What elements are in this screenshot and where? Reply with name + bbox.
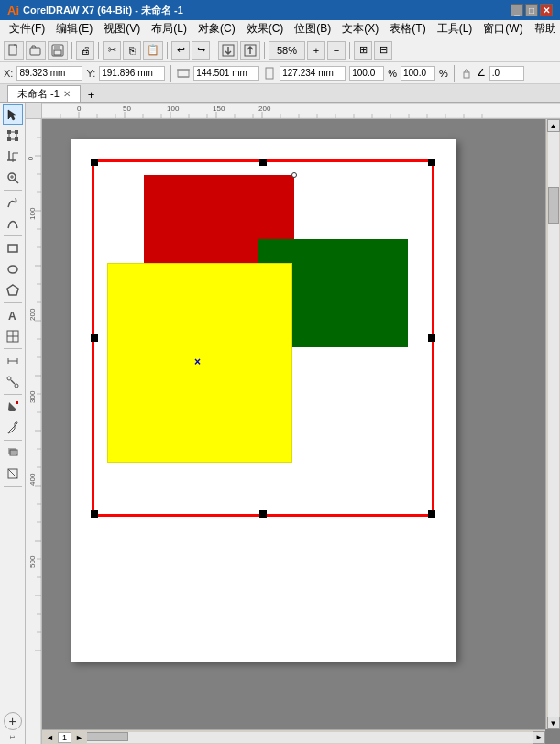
svg-text:150: 150 [213,104,225,113]
tool-bezier[interactable] [3,213,23,234]
scroll-up-button[interactable]: ▲ [547,119,560,132]
node-handle-tr[interactable] [291,172,297,178]
scroll-down-button[interactable]: ▼ [547,717,560,729]
maximize-button[interactable]: □ [525,4,538,16]
menu-layout[interactable]: 布局(L) [146,20,192,38]
scroll-thumb-bottom[interactable] [82,732,128,741]
zoom-level[interactable]: 58% [269,41,305,60]
angle-input[interactable] [489,66,524,81]
svg-text:100: 100 [167,104,180,113]
handle-tr[interactable] [428,159,435,166]
scrollbar-bottom[interactable]: ◄ ► [42,729,545,744]
add-tab-button[interactable]: + [84,88,99,102]
minimize-button[interactable]: _ [511,4,523,16]
tool-crop[interactable] [3,147,23,167]
menu-view[interactable]: 视图(V) [98,20,146,38]
x-coord-input[interactable] [16,66,82,81]
toolbar-separator4 [214,42,214,59]
angle-label: ∠ [477,67,486,79]
ruler-left: 0 [26,119,42,744]
handle-br[interactable] [428,510,435,518]
handle-bl[interactable] [91,510,98,518]
svg-rect-3 [54,45,60,49]
text-icon: A [6,309,19,322]
zoom-out-button[interactable]: − [327,41,346,60]
tool-rect[interactable] [3,238,23,258]
percent-sign2: % [439,68,448,79]
menu-bitmap[interactable]: 位图(B) [289,20,336,38]
tool-select[interactable] [3,104,23,125]
scale-x-input[interactable] [349,66,384,81]
undo-button[interactable]: ↩ [171,41,190,60]
scroll-thumb-right[interactable] [548,187,559,224]
title-text: CorelDRAW X7 (64-Bit) - 未命名 -1 [23,4,511,17]
new-button[interactable] [4,41,24,60]
close-button[interactable]: ✕ [540,4,553,16]
canvas-area[interactable]: 0 50 100 150 200 [26,103,560,744]
window-controls: _ □ ✕ [511,4,553,16]
scroll-right-button[interactable]: ► [533,731,545,744]
menu-window[interactable]: 窗口(W) [478,20,528,38]
page-1-tab[interactable]: 1 [58,732,71,743]
handle-tl[interactable] [91,159,98,166]
save-button[interactable] [48,41,68,60]
menu-file[interactable]: 文件(F) [4,20,50,38]
ruler-corner [26,103,42,119]
width-input[interactable] [193,66,259,81]
scroll-track-right[interactable] [548,132,559,717]
paste-button[interactable]: 📋 [143,41,163,60]
height-input[interactable] [280,66,346,81]
tool-fill[interactable] [3,397,23,417]
tool-eyedropper[interactable] [3,418,23,438]
zoom-in-button[interactable]: + [307,41,325,60]
menu-help[interactable]: 帮助 [529,20,560,38]
tool-table[interactable] [3,326,23,346]
tool-text[interactable]: A [3,305,23,325]
menu-effects[interactable]: 效果(C) [241,20,290,38]
size-icon [177,67,190,80]
menu-table[interactable]: 表格(T) [384,20,431,38]
svg-text:200: 200 [28,308,37,321]
group-selection[interactable]: × [92,159,434,517]
handle-tc[interactable] [259,159,267,166]
menu-edit[interactable]: 编辑(E) [50,20,98,38]
tool-dimension[interactable] [3,351,23,371]
page-nav-prev[interactable]: ◄ [46,733,54,742]
tool-ellipse[interactable] [3,259,23,279]
cut-button[interactable]: ✂ [103,41,121,60]
add-page-button[interactable]: + [4,712,22,730]
print-button[interactable]: 🖨 [76,41,94,60]
scrollbar-right[interactable]: ▲ ▼ [545,119,560,729]
menu-tools[interactable]: 工具(L) [432,20,478,38]
y-coord-input[interactable] [99,66,165,81]
tool-node[interactable] [3,126,23,146]
tool-polygon[interactable] [3,280,23,301]
polygon-icon [6,284,19,297]
redo-button[interactable]: ↪ [192,41,210,60]
tool-zoom[interactable] [3,168,23,188]
yellow-rectangle[interactable]: × [107,263,292,463]
tool-shadow[interactable] [3,443,23,463]
page-nav-next[interactable]: ► [75,733,83,742]
lt-sep3 [4,302,22,303]
snap-button[interactable]: ⊞ [354,41,372,60]
grid-button[interactable]: ⊟ [374,41,392,60]
handle-bc[interactable] [259,510,267,518]
menu-text[interactable]: 文本(X) [336,20,384,38]
coord-separator2 [454,65,455,82]
tab-close-button[interactable]: ✕ [63,89,71,99]
handle-ml[interactable] [91,334,98,342]
export-button[interactable] [240,41,260,60]
tool-freehand[interactable] [3,192,23,213]
doc-tab-1[interactable]: 未命名 -1 ✕ [7,85,81,102]
table-icon [6,330,19,343]
open-button[interactable] [26,41,46,60]
copy-button[interactable]: ⎘ [123,41,141,60]
tool-connector[interactable] [3,372,23,392]
tool-transparency[interactable] [3,464,23,484]
scroll-track-bottom[interactable] [55,732,533,743]
handle-mr[interactable] [428,334,435,342]
scale-y-input[interactable] [401,66,435,81]
import-button[interactable] [218,41,238,60]
menu-object[interactable]: 对象(C) [192,20,241,38]
